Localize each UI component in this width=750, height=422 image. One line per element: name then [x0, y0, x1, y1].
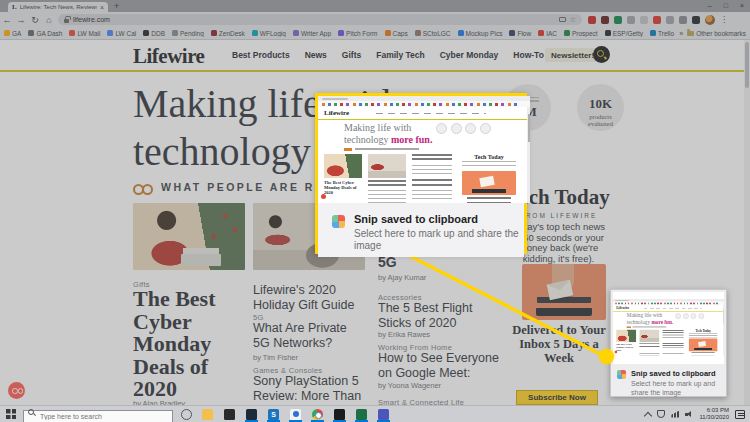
media-app-icon	[224, 409, 235, 420]
taskbar: S 6:03 PM 11/30/2020	[0, 405, 750, 422]
mini-site-logo: Lifewire	[324, 109, 349, 117]
mini-rail-illustration	[462, 171, 516, 195]
file-explorer-icon	[202, 409, 213, 420]
mini-rail: Tech Today Subscribe Now	[687, 330, 720, 356]
mini-headline2-text: technology	[344, 134, 388, 145]
snip-sketch-icon	[332, 215, 345, 228]
tray-volume-icon[interactable]	[685, 411, 693, 418]
mini-nav-dashes	[644, 308, 702, 309]
skype-icon: S	[268, 409, 279, 420]
mini-fab-dot	[321, 194, 326, 199]
app-dot	[293, 411, 299, 417]
mini-col-1: The Best Cyber Monday Deals of 2020	[324, 154, 362, 196]
mini-site-logo: Lifewire	[616, 306, 629, 310]
mini-col-3	[663, 330, 684, 355]
taskbar-search-input[interactable]	[23, 410, 173, 422]
taskbar-app-excel[interactable]	[354, 406, 369, 422]
mini-screenshot: Lifewire Making life with technology mor…	[613, 299, 724, 355]
snip-toast[interactable]: Lifewire Making life with technology mor…	[610, 289, 727, 397]
mini-rail-illustration	[689, 339, 717, 352]
system-tray: 6:03 PM 11/30/2020	[645, 407, 750, 421]
mini-article-image	[324, 154, 362, 178]
mini-fab-dot	[615, 351, 618, 354]
taskbar-app-media-app[interactable]	[222, 406, 237, 422]
mini-col-2	[368, 154, 406, 203]
mini-featured-title: The Best Cyber Monday Deals of 2020	[324, 180, 362, 196]
mini-featured-title: The Best Cyber Monday Deals of 2020	[616, 343, 636, 351]
edge-icon	[290, 409, 301, 420]
mini-rail-title: Tech Today	[687, 330, 720, 333]
mini-scrollbar	[527, 107, 530, 203]
toast-body: Select here to mark up and share the ima…	[631, 380, 723, 397]
chrome-icon	[312, 409, 323, 420]
taskbar-app-skype[interactable]: S	[266, 406, 281, 422]
snip-callout[interactable]: Lifewire Making life with technology mor…	[315, 93, 527, 254]
taskbar-search[interactable]	[23, 405, 173, 422]
tray-network-icon[interactable]	[671, 411, 679, 418]
teams-icon	[378, 409, 389, 420]
taskbar-clock[interactable]: 6:03 PM 11/30/2020	[699, 407, 729, 421]
mini-stat-badges	[675, 313, 704, 319]
snip-title: Snip saved to clipboard	[354, 213, 532, 225]
mini-rail-title: Tech Today	[458, 154, 520, 160]
action-center-icon[interactable]	[735, 410, 745, 419]
mini-headline-line1: Making life with	[344, 122, 411, 133]
taskbar-app-photos[interactable]	[332, 406, 347, 422]
mini-screenshot: Lifewire Making life with technology mor…	[318, 96, 530, 203]
mini-headline-line2: technology more fun.	[344, 134, 432, 145]
mini-headline-line2: technology more fun.	[627, 319, 674, 325]
mini-nav-dashes	[376, 113, 486, 115]
taskbar-app-chrome[interactable]	[310, 406, 325, 422]
mini-article-image	[639, 330, 659, 343]
cortana-icon[interactable]	[181, 409, 192, 420]
screen: L Lifewire: Tech News, Reviews, Ho × + –…	[0, 0, 750, 422]
tray-security-icon[interactable]	[657, 410, 665, 418]
mini-article-image	[368, 154, 406, 178]
mini-page-body: Lifewire Making life with technology mor…	[318, 107, 530, 203]
snip-sketch-icon	[617, 370, 626, 379]
mini-reading-row	[627, 326, 667, 327]
snip-body: Select here to mark up and share the ima…	[354, 228, 532, 252]
excel-icon	[356, 409, 367, 420]
clock-time: 6:03 PM	[699, 407, 729, 414]
start-button-icon[interactable]	[6, 409, 16, 419]
mini-headline2-text: technology	[627, 319, 650, 325]
toast-title: Snip saved to clipboard	[631, 369, 723, 378]
mini-col-3	[412, 154, 452, 201]
annotation-dot	[599, 349, 614, 364]
clock-date: 11/30/2020	[699, 414, 729, 421]
mini-headline-accent: more fun.	[391, 134, 432, 145]
mini-accent-rule	[613, 311, 724, 312]
mini-col-1: The Best Cyber Monday Deals of 2020	[616, 330, 636, 352]
taskbar-app-teams[interactable]	[376, 406, 391, 422]
taskbar-app-photoshop[interactable]	[244, 406, 259, 422]
taskbar-app-edge[interactable]	[288, 406, 303, 422]
mini-headline-accent: more fun.	[651, 319, 673, 325]
mini-headline-line1: Making life with	[627, 313, 662, 319]
toast-text-row[interactable]: Snip saved to clipboard Select here to m…	[611, 366, 726, 397]
mini-page-body: Lifewire Making life with technology mor…	[613, 305, 724, 356]
taskbar-app-file-explorer[interactable]	[200, 406, 215, 422]
photos-icon	[334, 409, 345, 420]
snip-notification[interactable]: Snip saved to clipboard Select here to m…	[318, 203, 524, 257]
toast-preview-slot[interactable]: Lifewire Making life with technology mor…	[613, 292, 724, 364]
photoshop-icon	[246, 409, 257, 420]
mini-scrollbar	[723, 305, 724, 356]
mini-accent-rule	[318, 119, 530, 120]
mini-reading-row	[344, 148, 419, 151]
mini-col-2	[639, 330, 659, 356]
mini-stat-badges	[436, 123, 491, 134]
mini-rail: Tech Today Subscribe Now	[458, 154, 520, 203]
mini-article-image	[616, 330, 636, 343]
hidden-icons-chevron[interactable]	[644, 411, 652, 419]
taskbar-apps: S	[200, 406, 391, 422]
